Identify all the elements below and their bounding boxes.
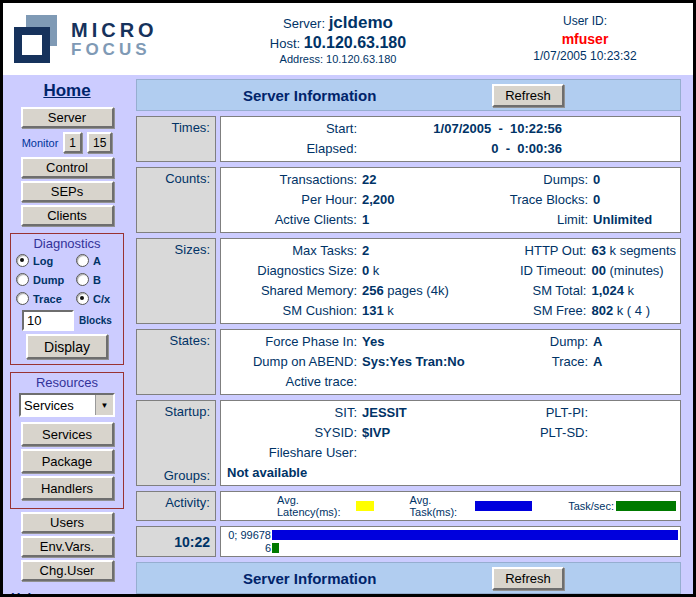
server-line: Server: jcldemo xyxy=(183,12,493,33)
help-block: Help Menu xyxy=(11,587,44,597)
env-vars-button[interactable]: Env.Vars. xyxy=(21,536,114,557)
refresh-button-top[interactable]: Refresh xyxy=(492,84,564,107)
field-row: Elapsed:0 - 0:00:36 xyxy=(225,139,676,159)
address-label: Address: xyxy=(280,53,323,65)
legend-swatch xyxy=(616,501,676,511)
resources-select[interactable]: Services ▼ xyxy=(19,393,115,417)
graph-bar-value: 0; 99678 xyxy=(223,529,272,541)
field-row: Limit:Unlimited xyxy=(482,210,676,230)
field-row: SM Free:802 k ( 4 ) xyxy=(480,301,676,321)
host-label: Host: xyxy=(270,36,300,51)
field-key: Dump on ABEND: xyxy=(225,352,357,372)
monitor-15-button[interactable]: 15 xyxy=(87,132,112,153)
graph-bar-row: 0; 99678 xyxy=(223,529,678,541)
field-key: Trace Blocks: xyxy=(482,190,588,210)
radio-b[interactable]: B xyxy=(76,273,118,286)
field-value: $IVP xyxy=(357,423,390,443)
logo-line-2: FOCUS xyxy=(71,41,158,58)
legend-label: Avg. Latency(ms): xyxy=(277,494,354,518)
startup-label: Startup: xyxy=(137,404,210,419)
field-value: 0 xyxy=(588,170,600,190)
display-button[interactable]: Display xyxy=(26,334,108,359)
field-key: ID Timeout: xyxy=(480,261,586,281)
states-label: States: xyxy=(136,329,216,395)
radio-log[interactable]: Log xyxy=(16,254,76,267)
chevron-down-icon[interactable]: ▼ xyxy=(95,395,113,415)
field-value: 131 xyxy=(357,301,384,321)
services-button[interactable]: Services xyxy=(21,422,114,446)
section-graph: 10:22 0; 996786 xyxy=(136,526,681,557)
clients-button[interactable]: Clients xyxy=(21,205,114,226)
section-startup: Startup: Groups: SIT:JESSITSYSID:$IVPFil… xyxy=(136,400,681,486)
field-row: Transactions:22 xyxy=(225,170,482,190)
field-unit: k xyxy=(384,301,394,321)
radio-cx[interactable]: C/x xyxy=(76,292,118,305)
legend-item: Task/sec: xyxy=(568,500,676,512)
page-body: Home Server Monitor 1 15 Control SEPs Cl… xyxy=(3,75,693,594)
field-value: A xyxy=(588,332,602,352)
radio-trace[interactable]: Trace xyxy=(16,292,76,305)
field-value: Yes xyxy=(357,332,384,352)
section-times: Times: Start:1/07/2005 - 10:22:56Elapsed… xyxy=(136,116,681,162)
field-value: 63 xyxy=(586,241,605,261)
diagnostics-radio-group: LogADumpBTraceC/x xyxy=(16,254,118,305)
field-value: 0 xyxy=(357,261,369,281)
graph-bar-row: 6 xyxy=(223,542,678,554)
activity-label: Activity: xyxy=(136,491,216,521)
times-content: Start:1/07/2005 - 10:22:56Elapsed:0 - 0:… xyxy=(220,116,681,162)
field-row: Shared Memory:256 pages (4k) xyxy=(225,281,480,301)
diagnostics-title: Diagnostics xyxy=(33,236,100,251)
startup-label-cell: Startup: Groups: xyxy=(136,400,216,486)
field-value: 1 xyxy=(357,210,369,230)
handlers-button[interactable]: Handlers xyxy=(21,476,114,500)
seps-button[interactable]: SEPs xyxy=(21,181,114,202)
legend-swatch xyxy=(475,501,533,511)
radio-label: Dump xyxy=(33,274,64,286)
monitor-1-button[interactable]: 1 xyxy=(63,132,82,153)
package-button[interactable]: Package xyxy=(21,449,114,473)
field-key: Start: xyxy=(225,119,357,139)
graph-bar xyxy=(272,543,279,553)
server-button[interactable]: Server xyxy=(21,107,114,128)
radio-a[interactable]: A xyxy=(76,254,118,267)
field-key: Limit: xyxy=(482,210,588,230)
radio-button-icon xyxy=(16,254,29,267)
field-key: Elapsed: xyxy=(225,139,357,159)
control-button[interactable]: Control xyxy=(21,157,114,178)
user-info: User ID: mfuser 1/07/2005 10:23:32 xyxy=(493,13,693,64)
field-key: Transactions: xyxy=(225,170,357,190)
radio-button-icon xyxy=(16,292,29,305)
field-key: Fileshare User: xyxy=(225,443,357,463)
counts-left-fields: Transactions:22Per Hour:2,200Active Clie… xyxy=(225,170,482,230)
blocks-input[interactable] xyxy=(22,310,74,331)
field-row: Fileshare User: xyxy=(225,443,482,463)
sizes-content: Max Tasks:2Diagnostics Size:0 kShared Me… xyxy=(220,238,681,324)
users-button[interactable]: Users xyxy=(21,512,114,533)
field-value: 1/07/2005 - 10:22:56 xyxy=(357,119,562,139)
times-fields: Start:1/07/2005 - 10:22:56Elapsed:0 - 0:… xyxy=(225,119,676,159)
page-title-bottom: Server Information xyxy=(243,570,376,587)
host-address: 10.120.63.180 xyxy=(304,34,406,51)
field-value xyxy=(357,443,362,463)
field-key: SM Total: xyxy=(480,281,586,301)
graph-time-label: 10:22 xyxy=(136,526,216,557)
home-link[interactable]: Home xyxy=(43,81,90,101)
chg-user-button[interactable]: Chg.User xyxy=(21,560,114,581)
field-value xyxy=(588,423,593,443)
radio-label: C/x xyxy=(93,293,110,305)
field-unit: k xyxy=(624,281,634,301)
legend-label: Task/sec: xyxy=(568,500,614,512)
page-header: MICRO FOCUS Server: jcldemo Host: 10.120… xyxy=(3,3,693,75)
address-value: 10.120.63.180 xyxy=(326,53,396,65)
field-row: Force Phase In:Yes xyxy=(225,332,482,352)
counts-content: Transactions:22Per Hour:2,200Active Clie… xyxy=(220,167,681,233)
radio-dump[interactable]: Dump xyxy=(16,273,76,286)
field-key: Max Tasks: xyxy=(225,241,357,261)
groups-value: Not available xyxy=(225,463,676,483)
monitor-row: Monitor 1 15 xyxy=(22,132,113,153)
refresh-button-bottom[interactable]: Refresh xyxy=(492,567,564,590)
field-row: Per Hour:2,200 xyxy=(225,190,482,210)
resources-select-value: Services xyxy=(21,398,95,413)
field-row: Start:1/07/2005 - 10:22:56 xyxy=(225,119,676,139)
field-value: JESSIT xyxy=(357,403,407,423)
